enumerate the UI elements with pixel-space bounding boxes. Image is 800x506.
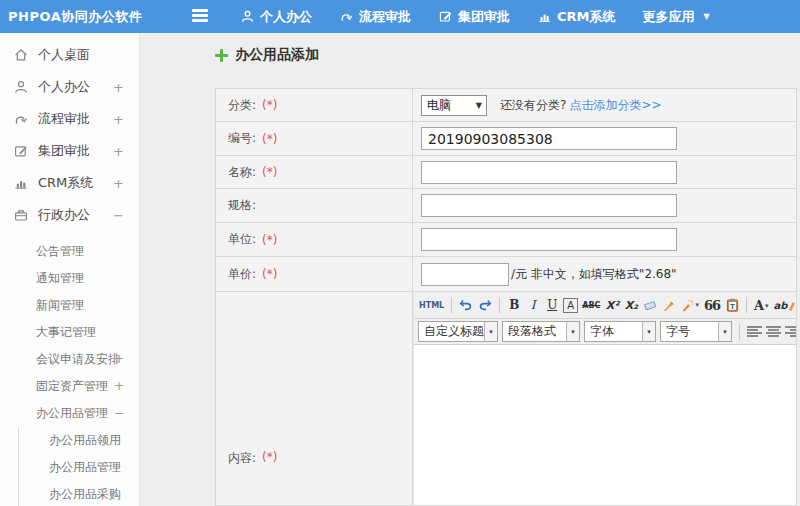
add-category-link[interactable]: 点击添加分类>>: [569, 97, 661, 114]
format-paint-button[interactable]: ▾: [680, 295, 700, 315]
align-right-icon[interactable]: [785, 326, 796, 338]
sidebar-subitem-news[interactable]: 新闻管理: [0, 292, 139, 319]
align-center-icon[interactable]: [766, 326, 781, 338]
subitem-label: 办公用品管理: [36, 406, 108, 420]
sidebar-item-personal-office[interactable]: 个人办公 +: [0, 71, 139, 103]
subitem-label: 通知管理: [36, 271, 84, 285]
clean-html-button[interactable]: [661, 295, 677, 315]
subitem-label: 新闻管理: [36, 298, 84, 312]
html-source-button[interactable]: HTML: [418, 295, 445, 315]
category-select[interactable]: 电脑 ▼: [421, 95, 487, 116]
required-mark: (*): [262, 132, 277, 146]
font-family-select[interactable]: 字体▾: [584, 321, 656, 342]
editor-content-area[interactable]: [414, 345, 796, 505]
page-title-text: 办公用品添加: [235, 46, 319, 64]
subitem-label: 会议申请及安排: [36, 352, 120, 366]
sidebar-subitem-office-supplies[interactable]: 办公用品管理−: [0, 400, 139, 427]
field-label: 名称:: [228, 164, 256, 181]
unit-input[interactable]: [421, 228, 677, 251]
underline-button[interactable]: U: [544, 295, 560, 315]
nav-crm-system[interactable]: CRM系统: [537, 8, 616, 26]
expand-toggle[interactable]: +: [113, 176, 124, 191]
nav-label: 个人办公: [260, 8, 312, 26]
paint-icon: [681, 299, 694, 312]
rich-text-editor: HTML B I U A ABC X² X₂ ▾: [413, 292, 796, 505]
sidebar-item-label: 个人办公: [38, 78, 90, 96]
superscript-button[interactable]: X²: [604, 295, 620, 315]
brush-icon: [662, 299, 676, 312]
name-input[interactable]: [421, 161, 677, 184]
expand-toggle[interactable]: +: [113, 144, 124, 159]
toolbar-separator: [739, 324, 740, 340]
required-mark: (*): [262, 267, 277, 281]
expand-toggle[interactable]: +: [113, 80, 124, 95]
sidebar-subitem-supplies-manage[interactable]: 办公用品管理: [19, 454, 139, 481]
nav-label: CRM系统: [557, 8, 616, 26]
sidebar-subitem-fixed-assets[interactable]: 固定资产管理+: [0, 373, 139, 400]
sidebar-item-admin-office[interactable]: 行政办公 −: [0, 199, 139, 231]
italic-button[interactable]: I: [525, 295, 541, 315]
sidebar-item-crm[interactable]: CRM系统 +: [0, 167, 139, 199]
sidebar-item-label: 集团审批: [38, 142, 90, 160]
sidebar-subitem-supplies-purchase[interactable]: 办公用品采购: [19, 481, 139, 506]
collapse-toggle[interactable]: −: [114, 400, 124, 427]
bold-button[interactable]: B: [506, 295, 522, 315]
remove-format-button[interactable]: [642, 295, 658, 315]
font-size-select[interactable]: 字号▾: [660, 321, 732, 342]
spec-input[interactable]: [421, 194, 677, 217]
admin-office-submenu: 公告管理 通知管理 新闻管理 大事记管理 会议申请及安排+ 固定资产管理+ 办公…: [0, 238, 139, 506]
sidebar-subitem-meetings[interactable]: 会议申请及安排+: [0, 346, 139, 373]
sidebar-item-workflow-approval[interactable]: 流程审批 +: [0, 103, 139, 135]
paste-text-button[interactable]: T: [724, 295, 740, 315]
required-mark: (*): [262, 233, 277, 247]
paragraph-format-select[interactable]: 段落格式▾: [502, 321, 580, 342]
nav-personal-office[interactable]: 个人办公: [240, 8, 312, 26]
redo-button[interactable]: [477, 295, 493, 315]
caret-down-icon: ▾: [566, 322, 579, 341]
undo-button[interactable]: [458, 295, 474, 315]
field-label: 规格:: [228, 197, 256, 214]
office-supplies-submenu: 办公用品领用 办公用品管理 办公用品采购: [18, 427, 139, 506]
undo-icon: [459, 299, 473, 311]
nav-group-approval[interactable]: 集团审批: [438, 8, 510, 26]
sidebar-subitem-supplies-requisition[interactable]: 办公用品领用: [19, 427, 139, 454]
field-label: 内容:: [228, 450, 256, 467]
hamburger-icon[interactable]: [192, 9, 208, 23]
strikethrough-button[interactable]: ABC: [581, 295, 601, 315]
user-icon: [13, 79, 29, 95]
align-left-icon[interactable]: [747, 326, 762, 338]
code-input[interactable]: [421, 127, 677, 150]
subitem-label: 办公用品管理: [49, 460, 121, 474]
collapse-toggle[interactable]: −: [113, 208, 124, 223]
highlight-color-button[interactable]: ab▾: [773, 295, 796, 315]
sidebar-item-group-approval[interactable]: 集团审批 +: [0, 135, 139, 167]
caret-down-icon: ▾: [642, 322, 655, 341]
font-style-button[interactable]: A: [563, 298, 578, 313]
pen-icon: [788, 300, 796, 311]
subitem-label: 办公用品采购: [49, 487, 121, 501]
custom-heading-select[interactable]: 自定义标题▾: [418, 321, 498, 342]
select-value: 字体: [585, 323, 642, 340]
blockquote-button[interactable]: 66: [703, 295, 721, 315]
expand-toggle[interactable]: +: [114, 346, 124, 373]
expand-toggle[interactable]: +: [114, 373, 124, 400]
nav-more-apps[interactable]: 更多应用 ▼: [643, 8, 710, 26]
nav-label: 集团审批: [458, 8, 510, 26]
sidebar-subitem-notices[interactable]: 通知管理: [0, 265, 139, 292]
editor-toolbar-row2: 自定义标题▾ 段落格式▾ 字体▾ 字号▾ ∞: [414, 319, 796, 345]
office-supply-form: 分类:(*) 电脑 ▼ 还没有分类? 点击添加分类>> 编号:(*) 名称:(*…: [215, 88, 797, 506]
edit-icon: [438, 9, 453, 24]
toolbar-separator: [499, 297, 500, 313]
bar-chart-icon: [13, 175, 29, 191]
sidebar-subitem-events[interactable]: 大事记管理: [0, 319, 139, 346]
font-color-button[interactable]: A▾: [753, 295, 770, 315]
sidebar-subitem-announcements[interactable]: 公告管理: [0, 238, 139, 265]
expand-toggle[interactable]: +: [113, 112, 124, 127]
edit-icon: [13, 143, 29, 159]
sidebar-item-desktop[interactable]: 个人桌面: [0, 39, 139, 71]
editor-toolbar-row1: HTML B I U A ABC X² X₂ ▾: [414, 292, 796, 319]
subitem-label: 大事记管理: [36, 325, 96, 339]
subscript-button[interactable]: X₂: [623, 295, 639, 315]
nav-workflow-approval[interactable]: 流程审批: [339, 8, 411, 26]
price-input[interactable]: [421, 263, 509, 286]
